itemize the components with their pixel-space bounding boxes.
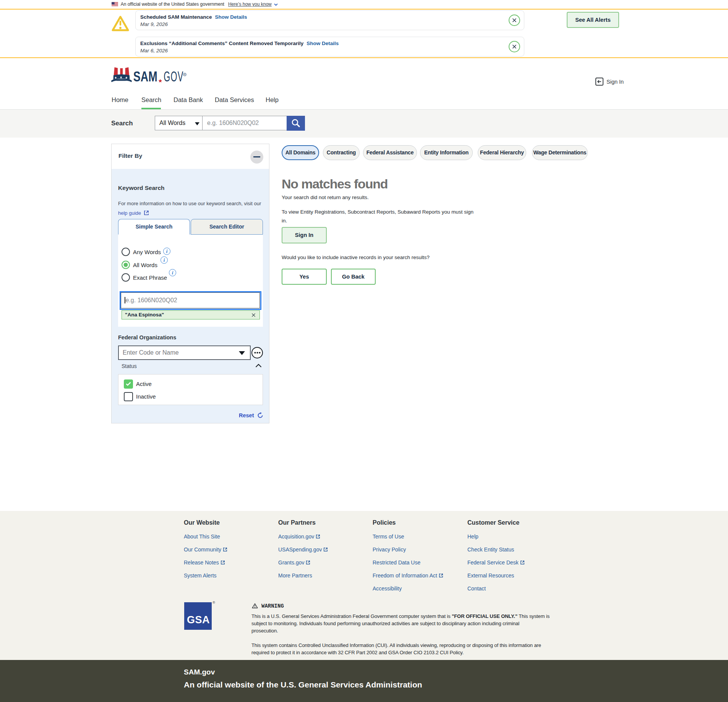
svg-text:R: R xyxy=(184,73,186,76)
svg-text:GOV: GOV xyxy=(164,69,183,84)
svg-text:SAM: SAM xyxy=(133,68,157,84)
